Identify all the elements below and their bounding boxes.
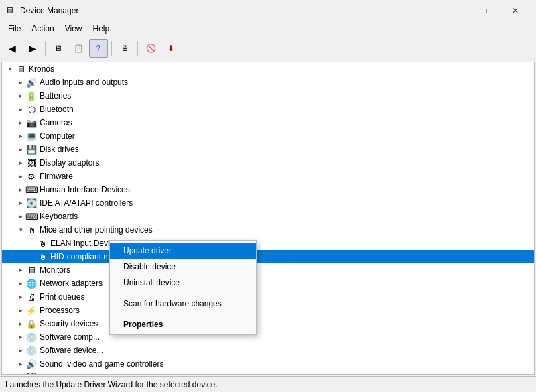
tree-item-softwarecomp[interactable]: ▸ 💿 Software comp... — [2, 330, 534, 344]
tree-item-mice[interactable]: ▾ 🖱 Mice and other pointing devices — [2, 223, 534, 237]
tree-item-label: Software device... — [40, 346, 103, 355]
tree-toggle[interactable]: ▸ — [15, 345, 26, 356]
device-icon: ⬡ — [26, 104, 37, 115]
toolbar-separator-2 — [111, 41, 112, 56]
computer-mgmt-button[interactable]: 🖥 — [49, 39, 68, 58]
tree-item-displayadaptors[interactable]: ▸ 🖼 Display adaptors — [2, 156, 534, 170]
back-button[interactable]: ◀ — [3, 39, 21, 58]
tree-toggle[interactable]: ▸ — [15, 291, 26, 302]
tree-toggle[interactable]: ▸ — [15, 332, 26, 342]
tree-item-monitors[interactable]: ▸ 🖥 Monitors — [2, 263, 534, 277]
tree-toggle[interactable]: ▸ — [15, 265, 26, 275]
tree-item-kronos[interactable]: ▾ 🖥 Kronos — [2, 62, 534, 76]
device-icon: ⌨ — [26, 211, 37, 222]
tree-toggle[interactable]: ▸ — [15, 144, 26, 155]
tree-item-processors[interactable]: ▸ ⚡ Processors — [2, 304, 534, 317]
tree-item-diskdrives[interactable]: ▸ 💾 Disk drives — [2, 143, 534, 156]
tree-item-firmware[interactable]: ▸ ⚙ Firmware — [2, 170, 534, 183]
title-bar-buttons: – □ ✕ — [438, 0, 531, 21]
tree-toggle[interactable]: ▸ — [15, 131, 26, 141]
tree-item-audio[interactable]: ▸ 🔊 Audio inputs and outputs — [2, 76, 534, 89]
tree-toggle[interactable] — [26, 251, 37, 262]
minimize-button[interactable]: – — [438, 0, 469, 21]
tree-item-networkadapters[interactable]: ▸ 🌐 Network adapters — [2, 277, 534, 290]
device-icon: 💻 — [26, 131, 37, 141]
tree-item-label: Processors — [40, 306, 80, 315]
maximize-button[interactable]: □ — [469, 0, 500, 21]
tree-item-label: ELAN Input Device — [50, 239, 118, 248]
tree-toggle[interactable]: ▸ — [15, 157, 26, 168]
tree-toggle[interactable]: ▸ — [15, 90, 26, 101]
tree-item-computer[interactable]: ▸ 💻 Computer — [2, 129, 534, 143]
title-bar: 🖥 Device Manager – □ ✕ — [0, 0, 536, 21]
device-icon: 💿 — [26, 345, 37, 356]
tree-item-printqueues[interactable]: ▸ 🖨 Print queues — [2, 290, 534, 304]
device-icon: 💿 — [26, 332, 37, 342]
tree-toggle[interactable]: ▸ — [15, 77, 26, 88]
close-button[interactable]: ✕ — [500, 0, 531, 21]
tree-item-sound[interactable]: ▸ 🔊 Sound, video and game controllers — [2, 357, 534, 371]
menu-action[interactable]: Action — [26, 23, 59, 35]
device-icon: 🔊 — [26, 77, 37, 88]
device-icon: 💽 — [26, 198, 37, 208]
context-menu-item-properties[interactable]: Properties — [110, 316, 256, 332]
tree-item-label: IDE ATA/ATAPI controllers — [40, 198, 133, 208]
tree-toggle[interactable]: ▸ — [15, 198, 26, 208]
tree-item-label: Firmware — [40, 172, 73, 181]
tree-toggle[interactable]: ▾ — [5, 64, 15, 74]
tree-item-hid[interactable]: ▸ ⌨ Human Interface Devices — [2, 183, 534, 196]
tree-toggle[interactable]: ▸ — [15, 171, 26, 182]
tree-item-label: Monitors — [40, 265, 70, 275]
tree-item-hidmouse[interactable]: 🖱 HID-compliant mouse — [2, 250, 534, 263]
menu-bar: File Action View Help — [0, 21, 536, 36]
tree-toggle[interactable]: ▸ — [15, 358, 26, 369]
device-icon: ⚙ — [26, 171, 37, 182]
device-icon: 📷 — [26, 117, 37, 128]
context-menu-separator — [110, 314, 256, 314]
tree-item-storage[interactable]: ▸ 💾 Storage controllers — [2, 371, 534, 375]
menu-view[interactable]: View — [60, 23, 88, 35]
tree-toggle[interactable]: ▸ — [15, 117, 26, 128]
update-driver-button[interactable]: ⬇ — [161, 39, 180, 58]
tree-item-label: Sound, video and game controllers — [40, 359, 163, 369]
tree-item-label: Software comp... — [40, 332, 100, 342]
uninstall-button[interactable]: 🚫 — [141, 39, 160, 58]
device-icon: 💾 — [26, 144, 37, 155]
tree-toggle[interactable]: ▸ — [15, 104, 26, 115]
device-icon: ⌨ — [26, 184, 37, 195]
tree-item-cameras[interactable]: ▸ 📷 Cameras — [2, 116, 534, 129]
tree-item-security[interactable]: ▸ 🔒 Security devices — [2, 317, 534, 330]
tree-item-bluetooth[interactable]: ▸ ⬡ Bluetooth — [2, 103, 534, 116]
tree-toggle[interactable]: ▸ — [15, 305, 26, 316]
tree-item-label: Batteries — [40, 91, 71, 101]
menu-help[interactable]: Help — [88, 23, 115, 35]
scan-hardware-button[interactable]: 🖥 — [115, 39, 134, 58]
device-icon: 🌐 — [26, 278, 37, 289]
tree-item-ide[interactable]: ▸ 💽 IDE ATA/ATAPI controllers — [2, 196, 534, 210]
window-title: Device Manager — [20, 6, 438, 15]
context-menu-item-scan-changes[interactable]: Scan for hardware changes — [110, 296, 256, 312]
context-menu-item-update-driver[interactable]: Update driver — [110, 243, 256, 259]
tree-item-keyboards[interactable]: ▸ ⌨ Keyboards — [2, 210, 534, 223]
tree-toggle[interactable] — [26, 238, 37, 249]
tree-item-batteries[interactable]: ▸ 🔋 Batteries — [2, 89, 534, 103]
menu-file[interactable]: File — [3, 23, 26, 35]
help-button[interactable]: ? — [89, 39, 108, 58]
tree-toggle[interactable]: ▸ — [15, 278, 26, 289]
toolbar-separator-1 — [45, 41, 46, 56]
forward-button[interactable]: ▶ — [23, 39, 42, 58]
tree-item-label: Storage controllers — [40, 373, 107, 375]
tree-toggle[interactable]: ▾ — [15, 224, 26, 235]
device-icon: 🔋 — [26, 90, 37, 101]
device-tree[interactable]: ▾ 🖥 Kronos ▸ 🔊 Audio inputs and outputs … — [1, 62, 535, 375]
tree-toggle[interactable]: ▸ — [15, 372, 26, 375]
tree-item-softwaredev[interactable]: ▸ 💿 Software device... — [2, 344, 534, 357]
context-menu-item-disable-device[interactable]: Disable device — [110, 259, 256, 275]
tree-toggle[interactable]: ▸ — [15, 318, 26, 329]
properties-button[interactable]: 📋 — [69, 39, 88, 58]
tree-item-label: Disk drives — [40, 145, 79, 154]
tree-item-label: Computer — [40, 131, 75, 141]
tree-item-label: Audio inputs and outputs — [40, 78, 128, 87]
context-menu-item-uninstall-device[interactable]: Uninstall device — [110, 275, 256, 291]
tree-item-elan[interactable]: 🖱 ELAN Input Device — [2, 237, 534, 250]
